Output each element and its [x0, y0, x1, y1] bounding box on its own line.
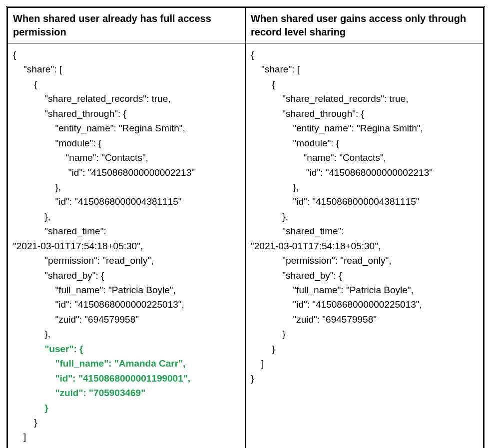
code-line: {: [13, 79, 37, 89]
code-left: { "share": [ { "share_related_records": …: [13, 47, 240, 448]
code-line: "id": "4150868000000225013",: [251, 299, 422, 310]
code-line: "shared_by": {: [13, 270, 104, 281]
code-line: "full_name": "Patricia Boyle",: [251, 285, 414, 295]
code-line: "id": "4150868000000002213": [13, 167, 195, 178]
code-line: "shared_through": {: [251, 108, 364, 119]
code-line: {: [251, 49, 254, 60]
code-line: "id": "4150868000004381115": [13, 196, 182, 207]
code-line: "module": {: [251, 138, 339, 148]
code-line: {: [13, 49, 16, 60]
code-line-highlight: "id": "4150868000001199001",: [13, 373, 190, 384]
code-line: "id": "4150868000000002213": [251, 167, 433, 178]
cell-left: { "share": [ { "share_related_records": …: [8, 43, 246, 448]
comparison-frame: When shared user already has full access…: [6, 6, 485, 448]
comparison-table: When shared user already has full access…: [7, 7, 484, 448]
code-line: "zuid": "694579958": [251, 314, 377, 325]
code-right: { "share": [ { "share_related_records": …: [251, 47, 478, 386]
code-line: "name": "Contacts",: [251, 152, 386, 163]
code-line: }: [251, 329, 286, 339]
header-right: When shared user gains access only throu…: [246, 8, 484, 43]
code-line-highlight: "user": {: [13, 344, 83, 354]
header-left: When shared user already has full access…: [8, 8, 246, 43]
code-line: "id": "4150868000004381115": [251, 196, 420, 207]
code-line: "share_related_records": true,: [13, 93, 171, 104]
code-line: "shared_through": {: [13, 108, 126, 119]
code-line: },: [13, 182, 61, 192]
code-line: "2021-03-01T17:54:18+05:30",: [251, 241, 381, 251]
code-line: "zuid": "694579958": [13, 314, 139, 325]
code-line: "shared_time":: [251, 226, 344, 236]
code-line: },: [251, 211, 288, 222]
code-line: "permission": "read_only",: [251, 255, 391, 266]
code-line: "shared_by": {: [251, 270, 342, 281]
code-line: }: [13, 417, 37, 428]
cell-right: { "share": [ { "share_related_records": …: [246, 43, 484, 448]
code-line: "share": [: [251, 64, 300, 74]
code-line: "name": "Contacts",: [13, 152, 148, 163]
code-line: "entity_name": "Regina Smith",: [251, 123, 423, 133]
code-line: }: [251, 344, 275, 354]
code-line: "shared_time":: [13, 226, 106, 236]
code-line-highlight: "zuid": "705903469": [13, 388, 145, 398]
code-line: },: [13, 329, 50, 339]
code-line: },: [251, 182, 299, 192]
code-line: ]: [251, 358, 264, 369]
code-line: "module": {: [13, 138, 101, 148]
code-line: }: [251, 373, 254, 384]
code-line: "2021-03-01T17:54:18+05:30",: [13, 241, 143, 251]
code-line-highlight: }: [13, 403, 48, 413]
code-line: {: [251, 79, 275, 89]
code-line-highlight: "full_name": "Amanda Carr",: [13, 358, 185, 369]
code-line: "share_related_records": true,: [251, 93, 409, 104]
code-line: "id": "4150868000000225013",: [13, 299, 184, 310]
code-line: ]: [13, 432, 26, 442]
code-line: "share": [: [13, 64, 62, 74]
code-line: "full_name": "Patricia Boyle",: [13, 285, 176, 295]
code-line: "entity_name": "Regina Smith",: [13, 123, 185, 133]
code-line: "permission": "read_only",: [13, 255, 153, 266]
code-line: },: [13, 211, 50, 222]
